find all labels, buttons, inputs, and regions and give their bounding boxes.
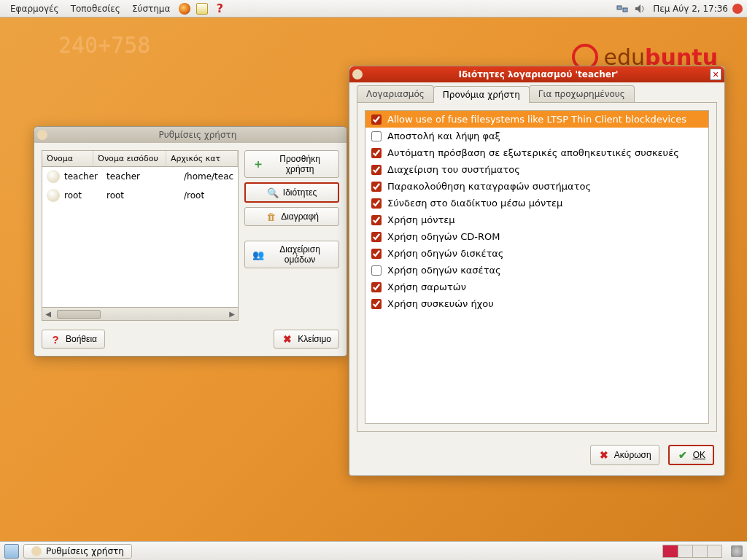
privilege-row[interactable]: Χρήση οδηγών CD-ROM: [365, 228, 708, 245]
privilege-label: Χρήση σαρωτών: [387, 281, 466, 292]
users-list-headers: Όνομα Όνομα εισόδου Αρχικός κατ: [42, 151, 238, 167]
props-tabs: Λογαριασμός Προνόμια χρήστη Για προχωρημ…: [349, 85, 724, 102]
add-user-button[interactable]: ＋Προσθήκη χρήστη: [244, 150, 339, 178]
privilege-checkbox[interactable]: [371, 114, 382, 125]
privilege-checkbox[interactable]: [371, 215, 382, 225]
properties-icon: 🔍: [267, 187, 279, 198]
privilege-label: Διαχείριση του συστήματος: [387, 164, 520, 175]
privilege-row[interactable]: Παρακολούθηση καταγραφών συστήματος: [365, 178, 708, 195]
col-home[interactable]: Αρχικός κατ: [166, 151, 238, 166]
privilege-checkbox[interactable]: [371, 165, 382, 175]
privilege-row[interactable]: Αποστολή και λήψη φαξ: [365, 128, 708, 144]
delete-user-button[interactable]: 🗑Διαγραφή: [244, 207, 339, 226]
user-avatar-icon: [47, 170, 60, 183]
users-list: Όνομα Όνομα εισόδου Αρχικός κατ teachert…: [42, 150, 239, 321]
privilege-row[interactable]: Χρήση συσκευών ήχου: [365, 295, 708, 312]
privilege-label: Χρήση συσκευών ήχου: [387, 298, 494, 309]
ok-button[interactable]: ✔OK: [668, 445, 714, 465]
privilege-row[interactable]: Χρήση οδηγών κασέτας: [365, 262, 708, 279]
tab-privileges[interactable]: Προνόμια χρήστη: [433, 86, 530, 103]
privilege-label: Παρακολούθηση καταγραφών συστήματος: [387, 181, 591, 192]
user-settings-title: Ρυθμίσεις χρήστη: [52, 130, 344, 140]
privilege-label: Χρήση οδηγών δισκέτας: [387, 248, 503, 259]
privilege-checkbox[interactable]: [371, 249, 382, 259]
col-name[interactable]: Όνομα: [42, 151, 93, 166]
user-row[interactable]: teacherteacher/home/teac: [42, 167, 238, 186]
svg-marker-2: [635, 4, 640, 13]
users-app-icon: [37, 130, 47, 140]
privilege-checkbox[interactable]: [371, 282, 382, 292]
privilege-checkbox[interactable]: [371, 148, 382, 158]
user-settings-window: Ρυθμίσεις χρήστη Όνομα Όνομα εισόδου Αρχ…: [34, 126, 347, 357]
menu-places[interactable]: Τοποθεσίες: [65, 2, 126, 15]
bottom-panel: Ρυθμίσεις χρήστη: [0, 541, 747, 560]
ok-icon: ✔: [677, 449, 689, 461]
help-icon[interactable]: ?: [213, 2, 226, 15]
manage-groups-button[interactable]: 👥Διαχείριση ομάδων: [244, 241, 339, 268]
svg-rect-1: [623, 8, 627, 12]
privileges-list: Allow use of fuse filesystems like LTSP …: [365, 110, 709, 424]
workspace-switcher[interactable]: [662, 545, 722, 558]
help-icon: ?: [50, 333, 61, 345]
props-title: Ιδιότητες λογαριασμού 'teacher': [367, 69, 710, 79]
privilege-label: Χρήση μόντεμ: [387, 214, 455, 225]
privilege-checkbox[interactable]: [371, 182, 382, 192]
privilege-checkbox[interactable]: [371, 131, 382, 141]
menu-apps[interactable]: Εφαρμογές: [4, 2, 65, 15]
privilege-row[interactable]: Αυτόματη πρόσβαση σε εξωτερικές αποθηκευ…: [365, 144, 708, 161]
firefox-icon[interactable]: [178, 2, 191, 15]
menu-system[interactable]: Σύστημα: [126, 2, 177, 15]
privilege-label: Allow use of fuse filesystems like LTSP …: [387, 114, 686, 125]
privilege-row[interactable]: Σύνδεση στο διαδίκτυο μέσω μόντεμ: [365, 195, 708, 211]
cancel-button[interactable]: ✖Ακύρωση: [590, 445, 659, 465]
user-settings-titlebar[interactable]: Ρυθμίσεις χρήστη: [34, 127, 347, 143]
col-login[interactable]: Όνομα εισόδου: [93, 151, 166, 166]
trash-icon[interactable]: [731, 545, 743, 557]
privilege-row[interactable]: Allow use of fuse filesystems like LTSP …: [365, 111, 708, 128]
user-avatar-icon: [47, 189, 60, 202]
privilege-row[interactable]: Χρήση οδηγών δισκέτας: [365, 245, 708, 262]
properties-button[interactable]: 🔍Ιδιότητες: [244, 182, 339, 203]
user-row[interactable]: rootroot/root: [42, 186, 238, 205]
users-app-icon: [31, 546, 42, 556]
network-icon[interactable]: [616, 2, 629, 15]
privilege-checkbox[interactable]: [371, 198, 382, 209]
volume-icon[interactable]: [633, 2, 646, 15]
privilege-label: Αυτόματη πρόσβαση σε εξωτερικές αποθηκευ…: [387, 147, 679, 158]
privilege-label: Σύνδεση στο διαδίκτυο μέσω μόντεμ: [387, 198, 562, 209]
tab-account[interactable]: Λογαριασμός: [357, 85, 434, 102]
mail-icon[interactable]: [196, 2, 209, 15]
users-hscrollbar[interactable]: ◀▶: [42, 307, 238, 320]
privilege-label: Χρήση οδηγών κασέτας: [387, 265, 501, 276]
trash-icon: 🗑: [265, 211, 276, 222]
privilege-checkbox[interactable]: [371, 232, 382, 242]
privilege-checkbox[interactable]: [371, 299, 382, 309]
plus-icon: ＋: [252, 158, 264, 170]
people-icon: 👥: [252, 249, 264, 260]
privilege-row[interactable]: Χρήση σαρωτών: [365, 279, 708, 295]
taskbar-button-users[interactable]: Ρυθμίσεις χρήστη: [23, 544, 132, 559]
props-titlebar[interactable]: Ιδιότητες λογαριασμού 'teacher' ✕: [349, 66, 724, 82]
privilege-label: Αποστολή και λήψη φαξ: [387, 131, 500, 141]
close-icon: ✖: [282, 333, 293, 345]
shutdown-icon[interactable]: [732, 4, 743, 14]
account-properties-window: Ιδιότητες λογαριασμού 'teacher' ✕ Λογαρι…: [349, 66, 725, 476]
user-icon: [352, 69, 363, 79]
clock[interactable]: Πεμ Αύγ 2, 17:36: [653, 4, 728, 14]
privilege-label: Χρήση οδηγών CD-ROM: [387, 231, 500, 242]
show-desktop-button[interactable]: [4, 544, 19, 559]
privilege-row[interactable]: Διαχείριση του συστήματος: [365, 161, 708, 178]
help-button[interactable]: ?Βοήθεια: [42, 330, 105, 349]
cancel-icon: ✖: [598, 449, 610, 461]
desktop-scribble: 240+758: [58, 32, 150, 58]
privilege-checkbox[interactable]: [371, 265, 382, 276]
svg-rect-0: [617, 6, 622, 9]
close-button[interactable]: ✖Κλείσιμο: [274, 330, 339, 349]
top-panel: Εφαρμογές Τοποθεσίες Σύστημα ? Πεμ Αύγ 2…: [0, 0, 747, 18]
tab-advanced[interactable]: Για προχωρημένους: [529, 85, 635, 102]
privileges-panel: Allow use of fuse filesystems like LTSP …: [357, 102, 717, 432]
window-close-button[interactable]: ✕: [710, 69, 721, 80]
privilege-row[interactable]: Χρήση μόντεμ: [365, 211, 708, 228]
